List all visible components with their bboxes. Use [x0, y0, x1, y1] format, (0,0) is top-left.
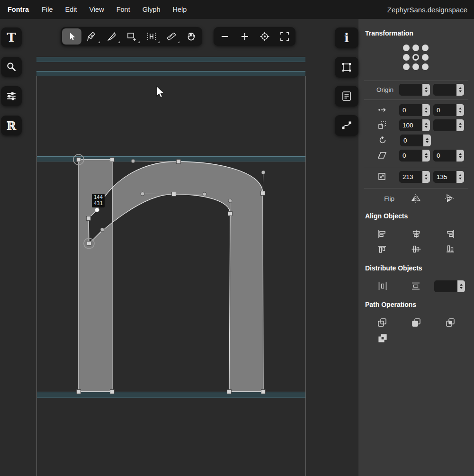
align-middle-vertical-icon	[411, 245, 421, 253]
translate-x-value: 0	[399, 104, 422, 116]
exclude-icon	[378, 333, 387, 343]
skew-y-value: 0	[433, 150, 456, 162]
glyph-path-icon	[341, 120, 352, 131]
zoom-out-icon	[219, 31, 231, 42]
align-right-icon	[446, 230, 455, 238]
move-icon	[377, 105, 387, 115]
origin-y-stepper[interactable]	[456, 84, 464, 96]
pen-tool-button[interactable]	[82, 28, 101, 45]
height-stepper[interactable]	[456, 171, 464, 183]
shape-tool-button[interactable]	[122, 28, 141, 45]
menu-glyph[interactable]: Glyph	[136, 6, 167, 13]
tooltip-y: 431	[94, 200, 103, 207]
origin-dot[interactable]	[403, 54, 410, 61]
transform-bounds-icon	[341, 62, 352, 73]
scale-y-input[interactable]	[433, 119, 464, 131]
exclude-button[interactable]	[376, 332, 389, 344]
tool-submenu-indicator	[178, 41, 179, 43]
align-left-button[interactable]	[376, 228, 388, 240]
origin-dot[interactable]	[422, 63, 429, 70]
menu-font[interactable]: Font	[110, 6, 136, 13]
skew-x-stepper[interactable]	[422, 150, 430, 162]
scale-y-stepper[interactable]	[456, 119, 464, 131]
origin-dot[interactable]	[412, 63, 419, 70]
tab-transformation[interactable]	[335, 57, 358, 78]
tab-glyph-notes[interactable]	[335, 86, 358, 107]
height-input[interactable]: 135	[433, 171, 464, 183]
tab-related-glyphs[interactable]	[335, 115, 358, 136]
union-button[interactable]	[376, 317, 388, 328]
tool-submenu-indicator	[118, 41, 120, 43]
origin-dot[interactable]	[403, 63, 410, 70]
skew-x-input[interactable]: 0	[399, 150, 430, 162]
glyph-shape[interactable]	[79, 160, 263, 392]
app-logo[interactable]: Fontra	[0, 6, 36, 13]
intersect-button[interactable]	[444, 317, 456, 328]
measure-tool-button[interactable]	[161, 28, 181, 45]
origin-x-stepper[interactable]	[422, 84, 430, 96]
hovered-node[interactable]	[95, 208, 99, 212]
origin-dot[interactable]	[412, 45, 419, 51]
designspace-sliders-button[interactable]	[1, 86, 22, 106]
search-icon	[6, 62, 17, 72]
align-top-icon	[377, 245, 387, 253]
subtract-button[interactable]	[410, 317, 422, 328]
power-ruler-tool-button[interactable]	[142, 28, 161, 45]
origin-dot[interactable]	[422, 54, 429, 61]
distribute-value-input[interactable]	[434, 280, 465, 292]
width-stepper[interactable]	[422, 171, 430, 183]
union-icon	[377, 318, 387, 327]
origin-dot-selected[interactable]	[412, 54, 419, 61]
tab-selection-info[interactable]: i	[335, 27, 358, 48]
menu-help[interactable]: Help	[167, 6, 193, 13]
zoom-in-button[interactable]	[235, 28, 254, 45]
glyph-outline-editor[interactable]	[0, 19, 358, 476]
distribute-stepper[interactable]	[457, 280, 465, 292]
translate-x-stepper[interactable]	[422, 104, 430, 116]
rotation-value: 0	[400, 135, 423, 146]
rotation-stepper[interactable]	[423, 135, 431, 146]
knife-tool-icon	[106, 31, 117, 42]
skew-y-stepper[interactable]	[456, 150, 464, 162]
zoom-to-selection-button[interactable]	[255, 28, 274, 45]
transformation-title: Transformation	[365, 29, 413, 37]
align-center-horizontal-button[interactable]	[410, 228, 422, 240]
align-right-button[interactable]	[444, 228, 456, 240]
pointer-tool-button[interactable]	[62, 28, 81, 45]
translate-x-input[interactable]: 0	[399, 104, 430, 116]
zoom-out-button[interactable]	[215, 28, 234, 45]
scale-x-input[interactable]: 100	[399, 119, 430, 131]
zoom-fit-button[interactable]	[275, 28, 294, 45]
translate-y-stepper[interactable]	[456, 104, 464, 116]
origin-dot[interactable]	[422, 45, 429, 51]
flip-vertical-button[interactable]	[444, 193, 456, 204]
tool-submenu-indicator	[138, 41, 140, 43]
align-middle-vertical-button[interactable]	[410, 243, 422, 255]
mouse-cursor	[155, 85, 166, 99]
menu-edit[interactable]: Edit	[59, 6, 83, 13]
rotation-input[interactable]: 0	[400, 135, 431, 146]
text-entry-tool-button[interactable]: T	[1, 27, 22, 47]
align-bottom-button[interactable]	[444, 243, 456, 255]
width-input[interactable]: 213	[399, 171, 430, 183]
width-value: 213	[399, 171, 422, 183]
origin-dot[interactable]	[403, 45, 410, 51]
menu-view[interactable]: View	[83, 6, 110, 13]
hand-tool-button[interactable]	[181, 28, 201, 45]
scale-y-value	[433, 119, 456, 131]
scale-x-stepper[interactable]	[422, 119, 430, 131]
align-top-button[interactable]	[376, 243, 388, 255]
knife-tool-button[interactable]	[102, 28, 121, 45]
align-bottom-icon	[446, 245, 455, 253]
hand-tool-icon	[186, 31, 197, 42]
distribute-horizontal-button[interactable]	[376, 280, 389, 292]
origin-x-input[interactable]	[399, 84, 430, 96]
menu-file[interactable]: File	[36, 6, 59, 13]
reference-font-button[interactable]: ℝ	[1, 116, 22, 135]
distribute-vertical-button[interactable]	[410, 280, 422, 292]
skew-y-input[interactable]: 0	[433, 150, 464, 162]
search-glyphs-button[interactable]	[1, 57, 22, 77]
flip-horizontal-button[interactable]	[410, 193, 422, 204]
origin-y-input[interactable]	[433, 84, 464, 96]
translate-y-input[interactable]: 0	[433, 104, 464, 116]
